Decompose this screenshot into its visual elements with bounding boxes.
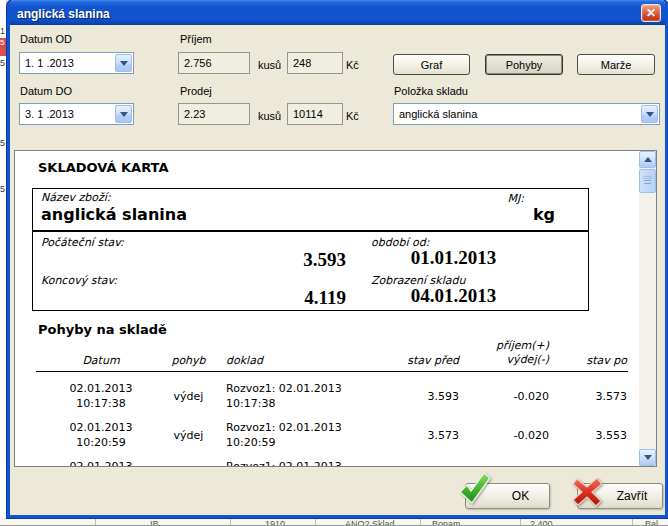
- koncovy-stav-value: 4.119: [41, 287, 346, 309]
- background-fragment: ANO? Sklad: [345, 519, 395, 526]
- report-title: SKLADOVÁ KARTA: [38, 160, 169, 175]
- koncovy-stav-label: Koncový stav:: [41, 274, 117, 287]
- background-window-bottom-edge: IB 1910 ANO? Sklad Bonam 2.400 Bal: [0, 518, 668, 526]
- close-button[interactable]: ✕: [641, 4, 661, 22]
- marze-button[interactable]: Marže: [577, 54, 655, 75]
- datum-do-combobox[interactable]: 3. 1 .2013: [19, 103, 134, 125]
- header-stav-pred: stav před: [385, 354, 459, 367]
- check-icon: [456, 470, 494, 508]
- table-rows: 02.01.201310:17:38 výdej Rozvoz1: 02.01.…: [36, 378, 628, 467]
- report-name-box: Název zboží: anglická slanina MJ: kg: [32, 188, 589, 232]
- nazev-zbozi-value: anglická slanina: [41, 205, 187, 224]
- header-stav-po: stav po: [549, 354, 627, 367]
- prijem-amount-field[interactable]: 248: [287, 52, 343, 74]
- chevron-down-icon[interactable]: [115, 54, 132, 72]
- movements-table: Datum pohyb doklad stav před příjem(+) v…: [36, 339, 628, 467]
- background-fragment: 5: [0, 58, 7, 68]
- report-content: SKLADOVÁ KARTA Název zboží: anglická sla…: [15, 151, 639, 466]
- prodej-amount-field[interactable]: 10114: [287, 103, 343, 125]
- close-icon: ✕: [646, 6, 656, 20]
- datum-od-value: 1. 1 .2013: [25, 57, 74, 69]
- table-row: 02.01.2013 výdej Rozvoz1: 02.01.2013 3.5…: [36, 456, 628, 467]
- titlebar[interactable]: anglická slanina ✕: [10, 0, 665, 25]
- obdobi-od-value: 01.01.2013: [371, 247, 536, 269]
- prodej-qty-value: 2.23: [184, 108, 205, 120]
- scrollbar-thumb[interactable]: [639, 169, 656, 193]
- prijem-amount-value: 248: [293, 57, 311, 69]
- background-fragment: 1910: [265, 519, 285, 526]
- background-fragment: 1: [0, 26, 7, 36]
- prodej-amount-value: 10114: [293, 108, 323, 120]
- prodej-label: Prodej: [180, 85, 212, 97]
- report-preview: SKLADOVÁ KARTA Název zboží: anglická sla…: [14, 150, 657, 467]
- pocatecni-stav-value: 3.593: [41, 249, 346, 271]
- arrow-down-icon: [644, 455, 652, 460]
- table-header-row: Datum pohyb doklad stav před příjem(+) v…: [36, 339, 628, 372]
- pohyby-button[interactable]: Pohyby: [485, 54, 563, 75]
- screen: 1 5 5 5 5 IB 1910 ANO? Sklad Bonam 2.400…: [0, 0, 668, 526]
- polozka-skladu-value: anglická slanina: [399, 108, 477, 120]
- report-stocks-box: Počáteční stav: 3.593 období od: 01.01.2…: [32, 232, 589, 311]
- pohyby-button-label: Pohyby: [506, 59, 543, 71]
- header-doklad: doklad: [211, 354, 385, 367]
- table-row: 02.01.201310:17:38 výdej Rozvoz1: 02.01.…: [36, 378, 628, 417]
- mj-label: MJ:: [508, 192, 524, 205]
- prijem-amount-unit: Kč: [346, 59, 359, 71]
- datum-do-value: 3. 1 .2013: [25, 108, 74, 120]
- zavrit-button-label: Zavřít: [617, 489, 648, 503]
- header-prijem-vydej: příjem(+) výdej(-): [459, 339, 549, 367]
- dialog-anglicka-slanina: anglická slanina ✕ Datum OD 1. 1 .2013 P…: [7, 0, 668, 518]
- graf-button[interactable]: Graf: [393, 54, 470, 75]
- prijem-qty-unit: kusů: [258, 59, 281, 71]
- header-pohyb: pohyb: [166, 354, 211, 367]
- background-fragment: Bonam: [432, 519, 461, 526]
- pocatecni-stav-label: Počáteční stav:: [41, 236, 124, 249]
- pohyby-section-title: Pohyby na skladě: [38, 322, 167, 337]
- chevron-down-icon[interactable]: [641, 105, 658, 123]
- datum-od-combobox[interactable]: 1. 1 .2013: [19, 52, 134, 74]
- prodej-amount-unit: Kč: [346, 110, 359, 122]
- chevron-down-icon[interactable]: [115, 105, 132, 123]
- background-fragment: 2.400: [530, 519, 553, 526]
- scroll-down-button[interactable]: [639, 449, 656, 466]
- graf-button-label: Graf: [421, 59, 442, 71]
- polozka-skladu-label: Položka skladu: [394, 85, 468, 97]
- datum-do-label: Datum DO: [20, 85, 72, 97]
- background-fragment: 5: [0, 184, 7, 194]
- prodej-qty-field[interactable]: 2.23: [178, 103, 250, 125]
- arrow-up-icon: [644, 157, 652, 162]
- window-title: anglická slanina: [17, 7, 110, 21]
- close-cross-icon: [570, 474, 606, 510]
- dialog-body: Datum OD 1. 1 .2013 Příjem 2.756 kusů 24…: [10, 25, 665, 515]
- prodej-qty-unit: kusů: [258, 110, 281, 122]
- background-highlight-cell: 5: [0, 38, 7, 56]
- scroll-up-button[interactable]: [639, 151, 656, 168]
- ok-button-label: OK: [512, 489, 529, 503]
- background-fragment: 5: [0, 138, 7, 148]
- background-fragment: IB: [150, 519, 159, 526]
- header-datum: Datum: [36, 354, 166, 367]
- prijem-label: Příjem: [180, 33, 212, 45]
- prijem-qty-field[interactable]: 2.756: [178, 52, 250, 74]
- polozka-skladu-combobox[interactable]: anglická slanina: [393, 103, 660, 125]
- nazev-zbozi-label: Název zboží:: [41, 191, 111, 204]
- background-fragment: Bal: [645, 519, 658, 526]
- prijem-qty-value: 2.756: [184, 57, 212, 69]
- marze-button-label: Marže: [601, 59, 632, 71]
- datum-od-label: Datum OD: [20, 33, 72, 45]
- mj-value: kg: [533, 205, 555, 224]
- report-vertical-scrollbar[interactable]: [639, 151, 656, 466]
- background-window-left-edge: 1 5 5 5 5: [0, 0, 7, 526]
- zobrazeni-skladu-value: 04.01.2013: [371, 285, 536, 307]
- table-row: 02.01.201310:20:59 výdej Rozvoz1: 02.01.…: [36, 417, 628, 456]
